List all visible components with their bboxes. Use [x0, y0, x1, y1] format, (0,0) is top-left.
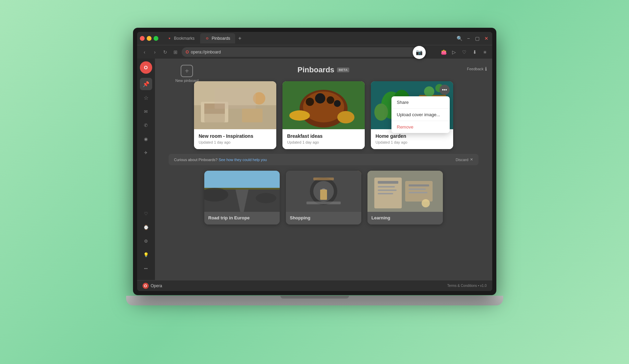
sidebar-item-settings[interactable]: ⚙: [140, 235, 152, 247]
opera-label: Opera: [151, 283, 162, 288]
back-button[interactable]: ‹: [141, 48, 149, 56]
nav-bar: ‹ › ↻ ⊞ O opera://pinboard 📷 👛 ▷ ♡: [137, 45, 492, 59]
curious-text: Curious about Pinboards? See how they co…: [174, 158, 267, 162]
svg-rect-47: [409, 189, 426, 190]
card-title-learning: Learning: [372, 215, 439, 220]
cards-row-1: New room - Inspirations Updated 1 day ag…: [169, 81, 479, 149]
title-bar-right: 🔍 − ▢ ✕: [457, 35, 489, 41]
tab-pinboards[interactable]: O Pinboards: [200, 33, 235, 44]
search-icon[interactable]: 🔍: [457, 35, 463, 41]
card-image-road-trip: [204, 171, 280, 212]
svg-rect-43: [378, 190, 397, 191]
browser-footer: O Opera Terms & Conditions • v1.0: [137, 280, 492, 291]
new-tab-button[interactable]: +: [236, 34, 244, 43]
pinboard-card-learning[interactable]: Learning: [367, 171, 443, 225]
sidebar-item-star[interactable]: ☆: [140, 92, 152, 104]
card-image-shopping: [286, 171, 361, 212]
card-info-shopping: Shopping: [286, 212, 361, 225]
svg-rect-37: [306, 202, 341, 204]
svg-point-13: [334, 100, 341, 107]
discard-button[interactable]: Discard ✕: [456, 157, 473, 162]
curious-link[interactable]: See how they could help you: [219, 158, 267, 162]
feedback-link[interactable]: Feedback ℹ: [467, 66, 486, 72]
card-image-new-room: [194, 81, 276, 129]
pinboard-card-breakfast[interactable]: Breakfast ideas Updated 1 day ago: [282, 81, 365, 149]
svg-point-10: [306, 98, 314, 106]
context-menu-share[interactable]: Share: [391, 96, 450, 109]
tabs-area: ♥ Bookmarks O Pinboards +: [162, 33, 455, 44]
footer-terms: Terms & Conditions • v1.0: [447, 284, 487, 288]
context-menu-upload-cover[interactable]: Upload cover image...: [391, 109, 450, 121]
sidebar-item-send[interactable]: ✈: [140, 146, 152, 159]
svg-point-15: [337, 111, 354, 123]
minimize-icon[interactable]: −: [465, 35, 472, 41]
close-button[interactable]: ×: [140, 36, 145, 41]
menu-icon[interactable]: ≡: [481, 48, 489, 56]
card-info-learning: Learning: [367, 212, 443, 225]
wallet-icon[interactable]: 👛: [440, 48, 448, 56]
refresh-button[interactable]: ↻: [161, 48, 169, 56]
sidebar-item-whatsapp[interactable]: ✆: [140, 119, 152, 131]
svg-point-31: [256, 193, 276, 203]
bookmarks-favicon: ♥: [167, 36, 172, 41]
card-image-learning: [367, 171, 443, 212]
sidebar-item-messenger[interactable]: ✉: [140, 105, 152, 118]
opera-logo: O Opera: [143, 283, 162, 289]
laptop-base-notch: [280, 296, 349, 299]
discard-close-icon: ✕: [470, 157, 473, 162]
svg-rect-45: [405, 181, 433, 202]
sidebar-item-bulb[interactable]: 💡: [140, 248, 152, 261]
card-info-new-room: New room - Inspirations Updated 1 day ag…: [194, 129, 276, 149]
pinboard-card-home-garden[interactable]: ••• Share Upload cover image... Remove H…: [371, 81, 453, 149]
sidebar-item-eye[interactable]: ◉: [140, 133, 152, 145]
card-subtitle-home-garden: Updated 1 day ago: [376, 140, 448, 144]
restore-icon[interactable]: ▢: [474, 35, 481, 41]
download-icon[interactable]: ⬇: [471, 48, 479, 56]
minimize-button[interactable]: −: [147, 36, 152, 41]
svg-point-12: [327, 96, 334, 104]
context-menu-remove[interactable]: Remove: [391, 121, 450, 133]
new-pinboard-plus-icon: +: [181, 65, 193, 77]
svg-rect-46: [409, 184, 429, 186]
maximize-button[interactable]: □: [154, 36, 158, 41]
forward-button[interactable]: ›: [151, 48, 159, 56]
svg-rect-41: [378, 181, 398, 184]
context-menu: Share Upload cover image... Remove: [391, 96, 450, 133]
laptop-shell: × − □ ♥ Bookmarks O P: [126, 28, 503, 336]
opera-url-icon: O: [186, 50, 189, 54]
camera-button[interactable]: 📷: [413, 46, 426, 59]
url-text: opera://pinboard: [191, 50, 221, 54]
sidebar-more-button[interactable]: •••: [140, 262, 152, 275]
new-pinboard-button[interactable]: + New pinboard: [176, 65, 199, 83]
url-bar[interactable]: O opera://pinboard: [182, 47, 422, 57]
sidebar-item-heart[interactable]: ♡: [140, 207, 152, 220]
tab-bookmarks-label: Bookmarks: [174, 36, 195, 41]
tab-bookmarks[interactable]: ♥ Bookmarks: [162, 33, 199, 44]
heart-nav-icon[interactable]: ♡: [461, 48, 468, 56]
pinboard-card-new-room[interactable]: New room - Inspirations Updated 1 day ag…: [194, 81, 276, 149]
pinboard-card-shopping[interactable]: Shopping: [286, 171, 361, 225]
extensions-button[interactable]: ⊞: [171, 48, 180, 56]
title-bar: × − □ ♥ Bookmarks O P: [137, 32, 492, 45]
sidebar-opera-logo[interactable]: O: [140, 61, 152, 74]
discard-label: Discard: [456, 158, 468, 162]
page-header: Pinboards BETA + New pinboard: [155, 59, 492, 78]
feedback-icon: ℹ: [485, 66, 487, 72]
svg-rect-6: [215, 88, 256, 109]
card-menu-button-home-garden[interactable]: •••: [439, 85, 450, 95]
pinboards-header: Pinboards BETA: [155, 59, 492, 78]
sidebar-item-clock[interactable]: ⌚: [140, 221, 152, 233]
pinboard-card-road-trip[interactable]: Road trip in Europe: [204, 171, 280, 225]
card-title-home-garden: Home garden: [376, 133, 448, 139]
sidebar-item-pinboard[interactable]: 📌: [140, 78, 152, 90]
main-content: Pinboards BETA + New pinboard: [155, 59, 492, 280]
window-controls: × − □: [140, 36, 158, 41]
svg-point-22: [374, 104, 388, 121]
player-icon[interactable]: ▷: [450, 48, 458, 56]
svg-rect-36: [320, 190, 327, 200]
cards-row-1-container: New room - Inspirations Updated 1 day ag…: [155, 81, 492, 149]
screen-bezel: × − □ ♥ Bookmarks O P: [133, 28, 496, 295]
opera-o-icon: O: [143, 283, 149, 289]
tab-pinboards-label: Pinboards: [212, 36, 230, 41]
close-window-icon[interactable]: ✕: [483, 35, 489, 41]
